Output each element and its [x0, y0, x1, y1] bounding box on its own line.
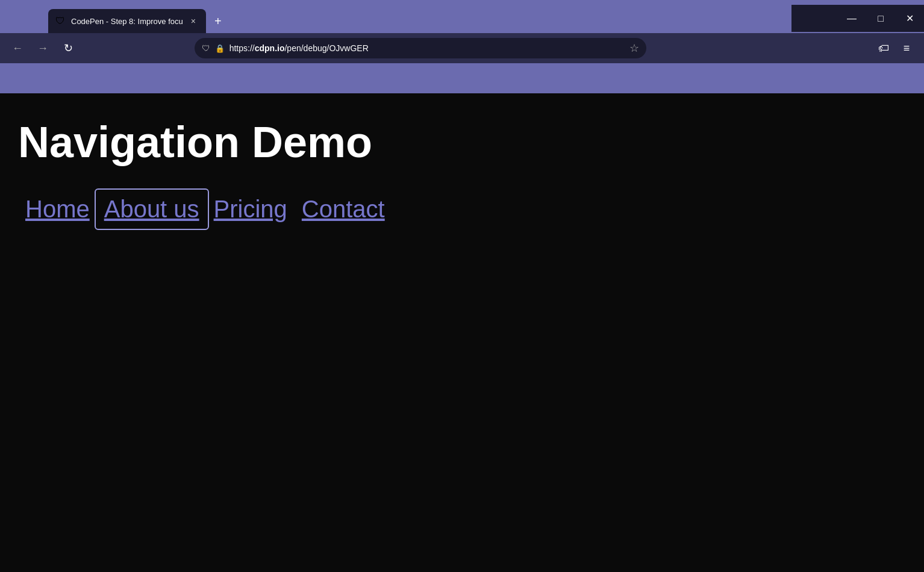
window-controls: — □ ✕ — [791, 5, 924, 32]
close-button[interactable]: ✕ — [895, 5, 924, 32]
nav-links: HomeAbout usPricingContact — [18, 191, 906, 228]
new-tab-button[interactable]: + — [208, 11, 228, 31]
bookmark-star-icon[interactable]: ☆ — [629, 42, 639, 55]
address-text: https://cdpn.io/pen/debug/OJvwGER — [229, 43, 625, 53]
refresh-button[interactable]: ↻ — [58, 38, 78, 58]
minimize-button[interactable]: — — [837, 5, 866, 32]
nav-link-contact[interactable]: Contact — [295, 191, 392, 228]
nav-right-buttons: 🏷 ≡ — [873, 38, 917, 58]
nav-link-home[interactable]: Home — [18, 191, 97, 228]
security-shield-icon: 🛡 — [202, 43, 210, 53]
lock-icon: 🔒 — [215, 44, 225, 53]
page-title: Navigation Demo — [18, 117, 906, 167]
tab-title: CodePen - Step 8: Improve focu — [71, 17, 183, 26]
page-content: Navigation Demo HomeAbout usPricingConta… — [0, 93, 924, 572]
address-domain: cdpn.io — [255, 43, 285, 53]
maximize-button[interactable]: □ — [866, 5, 895, 32]
tab-bar: 🛡 CodePen - Step 8: Improve focu × + — □… — [0, 0, 924, 33]
tab-favicon-icon: 🛡 — [55, 16, 66, 26]
browser-chrome: 🛡 CodePen - Step 8: Improve focu × + — □… — [0, 0, 924, 93]
address-bar[interactable]: 🛡 🔒 https://cdpn.io/pen/debug/OJvwGER ☆ — [195, 38, 646, 58]
navigation-bar: ← → ↻ 🛡 🔒 https://cdpn.io/pen/debug/OJvw… — [0, 33, 924, 63]
nav-link-about-us[interactable]: About us — [97, 191, 207, 228]
back-button[interactable]: ← — [7, 38, 28, 58]
forward-button[interactable]: → — [33, 38, 53, 58]
pocket-button[interactable]: 🏷 — [873, 38, 894, 58]
address-path: /pen/debug/OJvwGER — [284, 43, 368, 53]
menu-button[interactable]: ≡ — [896, 38, 917, 58]
nav-link-pricing[interactable]: Pricing — [207, 191, 295, 228]
tab-close-button[interactable]: × — [188, 16, 199, 26]
browser-window: 🛡 CodePen - Step 8: Improve focu × + — □… — [0, 0, 924, 572]
browser-tab[interactable]: 🛡 CodePen - Step 8: Improve focu × — [48, 9, 206, 33]
